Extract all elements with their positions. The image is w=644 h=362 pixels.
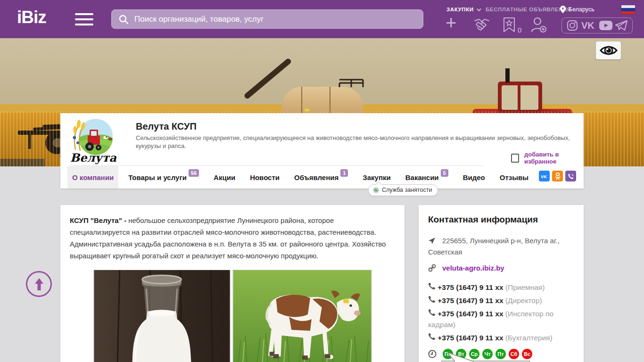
hamburger-menu-icon[interactable] (75, 13, 93, 26)
favorite-checkbox[interactable] (511, 154, 519, 163)
page: iBiz ЗАКУПКИ БЕСПЛАТНЫЕ ОБЪЯВЛЕНИЯ Белар… (0, 0, 644, 362)
tab-about[interactable]: О компании (67, 166, 118, 189)
youtube-icon[interactable] (599, 20, 613, 31)
navigation-arrow-icon (428, 237, 442, 247)
tab-video[interactable]: Видео (458, 166, 490, 189)
calf-photo[interactable] (232, 270, 372, 362)
favorite-label[interactable]: добавить в избранное (524, 151, 584, 165)
arrow-up-icon (34, 277, 44, 291)
contact-info-card: Контактная информация 225655, Лунинецкий… (419, 205, 584, 362)
phone-row-hr-inspector: +375 (1647) 9 11 xx (Инспектор по кадрам… (428, 308, 574, 330)
day-saturday[interactable]: Сб (509, 349, 519, 359)
logo-script-text: Велута (70, 151, 117, 165)
tab-news[interactable]: Новости (245, 166, 284, 189)
viber-button[interactable] (565, 171, 576, 181)
phone-label: (Директор) (505, 296, 542, 304)
link-chain-icon (428, 264, 442, 274)
address-text: 225655, Лунинецкий р-н, Велута аг., Сове… (428, 237, 560, 256)
instagram-icon[interactable] (567, 20, 578, 31)
company-tabs: О компании Товары и услуги56 Акции Новос… (67, 166, 538, 189)
phone-row-director: +375 (1647) 9 11 xx (Директор) (428, 295, 574, 306)
day-monday[interactable]: Пн (443, 349, 453, 359)
contact-title: Контактная информация (428, 214, 574, 225)
milk-bottle-photo[interactable] (93, 270, 231, 362)
search-input[interactable] (134, 15, 416, 24)
language-flag-russian[interactable] (621, 5, 635, 14)
phone-label: (Бухгалтерия) (505, 334, 553, 342)
day-sunday[interactable]: Вс (522, 349, 532, 359)
weekday-badges: Пн Вт Ср Чт Пт Сб Вс (443, 349, 532, 359)
about-paragraph: КСУП "Велута" - небольшое сельхозпредпри… (70, 214, 395, 262)
day-tuesday[interactable]: Вт (456, 349, 466, 359)
scroll-to-top-button[interactable] (26, 271, 52, 297)
location-pin-icon (560, 6, 566, 13)
svg-text:VK: VK (581, 20, 594, 31)
partners-handshake-icon[interactable] (473, 18, 491, 34)
phone-number[interactable]: +375 (1647) 9 11 xx (438, 296, 503, 304)
company-logo: Велута (69, 115, 118, 165)
tab-promotions[interactable]: Акции (209, 166, 240, 189)
phone-number[interactable]: +375 (1647) 9 11 xx (438, 334, 503, 342)
tab-products[interactable]: Товары и услуги56 (124, 166, 204, 189)
phone-icon (428, 296, 438, 304)
about-company-card: КСУП "Велута" - небольшое сельхозпредпри… (60, 205, 405, 362)
company-description: Сельскохозяйственное предприятие, специа… (136, 134, 581, 150)
clock-icon (428, 350, 437, 358)
day-wednesday[interactable]: Ср (469, 349, 479, 359)
add-to-favorites[interactable]: добавить в избранное (511, 151, 584, 165)
vk-icon[interactable]: VK (580, 20, 596, 31)
phone-number[interactable]: +375 (1647) 9 11 xx (438, 283, 503, 291)
tab-vacancies-badge: 5 (441, 169, 448, 177)
tab-reviews[interactable]: Отзывы (495, 166, 533, 189)
website-row: veluta-agro.ibiz.by (428, 263, 574, 274)
website-link[interactable]: veluta-agro.ibiz.by (442, 264, 504, 272)
employment-service-icon (373, 187, 379, 193)
nav-location[interactable]: Беларусь (560, 6, 594, 13)
chevron-down-icon (477, 7, 481, 11)
day-friday[interactable]: Пт (495, 349, 506, 359)
employment-service-tooltip: Служба занятости (368, 184, 438, 196)
tab-ads[interactable]: Объявления1 (289, 166, 353, 189)
about-lead: КСУП "Велута" - (70, 216, 128, 224)
vk-button[interactable]: VK (539, 171, 550, 181)
company-photos (70, 270, 395, 362)
header-social-links: VK (561, 17, 633, 33)
phone-label: (Приемная) (505, 283, 545, 291)
ok-button[interactable] (552, 171, 563, 181)
phone-row-reception: +375 (1647) 9 11 xx (Приемная) (428, 282, 574, 293)
tab-ads-badge: 1 (340, 169, 348, 177)
working-hours-row: Пн Вт Ср Чт Пт Сб Вс (428, 349, 574, 359)
company-card: Велута Велута КСУП Сельскохозяйственное … (60, 113, 584, 189)
login-user-add-icon[interactable] (530, 17, 547, 35)
site-header: iBiz ЗАКУПКИ БЕСПЛАТНЫЕ ОБЪЯВЛЕНИЯ Белар… (0, 0, 644, 38)
svg-text:VK: VK (541, 174, 547, 179)
add-company-plus-icon[interactable]: + (446, 15, 456, 31)
bookmarks-counter: 0 (518, 26, 521, 34)
nav-free-ads[interactable]: БЕСПЛАТНЫЕ ОБЪЯВЛЕНИЯ (486, 7, 571, 12)
company-name: Велута КСУП (136, 121, 197, 132)
tab-products-badge: 56 (189, 169, 199, 177)
nav-purchases[interactable]: ЗАКУПКИ (446, 7, 480, 12)
phone-icon (428, 334, 438, 342)
ibiz-logo[interactable]: iBiz (17, 8, 46, 27)
search-icon (118, 14, 129, 25)
company-social-buttons: VK (539, 171, 576, 181)
accessibility-eye-button[interactable] (596, 41, 621, 59)
phone-row-accounting: +375 (1647) 9 11 xx (Бухгалтерия) (428, 332, 574, 343)
day-thursday[interactable]: Чт (482, 349, 493, 359)
phone-number[interactable]: +375 (1647) 9 11 xx (438, 310, 503, 318)
search-bar (111, 9, 423, 29)
telegram-icon[interactable] (615, 20, 627, 31)
address-row: 225655, Лунинецкий р-н, Велута аг., Сове… (428, 236, 574, 257)
bookmark-star-icon[interactable] (503, 17, 516, 35)
phone-icon (428, 310, 438, 318)
phone-icon (428, 283, 438, 291)
